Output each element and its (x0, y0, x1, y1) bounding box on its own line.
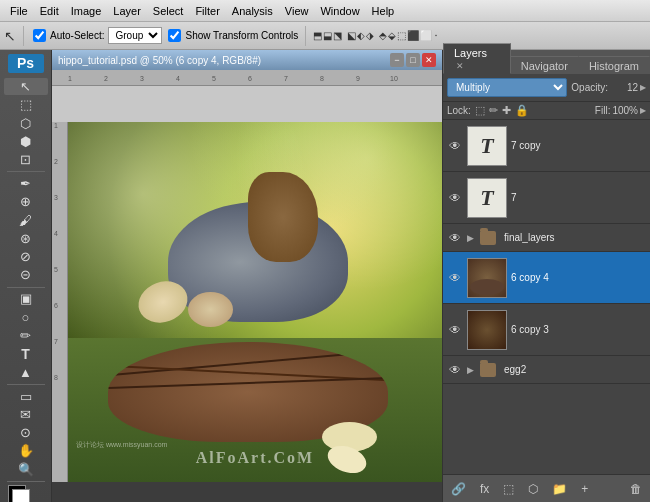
tool-separator-3 (7, 384, 45, 385)
lock-move-icon[interactable]: ✚ (502, 104, 511, 117)
btn-link-layers[interactable]: 🔗 (447, 480, 470, 498)
btn-new-layer[interactable]: + (577, 480, 592, 498)
tool-marquee[interactable]: ⬚ (4, 96, 48, 113)
layer-eye-7copy[interactable]: 👁 (447, 138, 463, 154)
menu-help[interactable]: Help (366, 3, 401, 19)
menu-bar: File Edit Image Layer Select Filter Anal… (0, 0, 650, 22)
menu-layer[interactable]: Layer (107, 3, 147, 19)
autoselect-dropdown[interactable]: Group (108, 27, 162, 44)
tool-quickselect[interactable]: ⬢ (4, 133, 48, 150)
ruler-num-9: 9 (356, 75, 360, 82)
menu-filter[interactable]: Filter (189, 3, 225, 19)
tool-type[interactable]: T (4, 345, 48, 362)
btn-delete-layer[interactable]: 🗑 (626, 480, 646, 498)
tool-crop[interactable]: ⊡ (4, 151, 48, 168)
ruler-v-4: 4 (54, 230, 58, 237)
ruler-v-3: 3 (54, 194, 58, 201)
folder-arrow-egg2[interactable]: ▶ (467, 365, 474, 375)
toolbar: ↖ Auto-Select: Group Show Transform Cont… (0, 22, 650, 50)
layer-thumb-7: T (467, 178, 507, 218)
menu-edit[interactable]: Edit (34, 3, 65, 19)
egg-2 (188, 292, 233, 327)
layer-eye-final-layers[interactable]: 👁 (447, 230, 463, 246)
menu-view[interactable]: View (279, 3, 315, 19)
autoselect-checkbox[interactable] (33, 29, 46, 42)
layer-thumb-text-T: T (480, 133, 493, 159)
lock-all-icon[interactable]: 🔒 (515, 104, 529, 117)
tab-layers-close[interactable]: ✕ (456, 61, 464, 71)
menu-file[interactable]: File (4, 3, 34, 19)
doc-title: hippo_tutorial.psd @ 50% (6 copy 4, RGB/… (58, 55, 261, 66)
tool-path-select[interactable]: ▲ (4, 363, 48, 380)
menu-image[interactable]: Image (65, 3, 108, 19)
folder-icon-egg2 (480, 363, 496, 377)
show-transform-checkbox[interactable] (168, 29, 181, 42)
tool-spot-heal[interactable]: ⊕ (4, 193, 48, 210)
tool-separator-2 (7, 287, 45, 288)
right-panel: Layers ✕ Navigator Histogram Multiply Op… (442, 50, 650, 502)
tool-lasso[interactable]: ⬡ (4, 114, 48, 131)
tool-eraser[interactable]: ⊝ (4, 266, 48, 283)
btn-adjustment-layer[interactable]: ⬡ (524, 480, 542, 498)
btn-layer-mask[interactable]: ⬚ (499, 480, 518, 498)
watermark: AlFoArt.CoM (196, 449, 314, 467)
tool-separator-4 (7, 481, 45, 482)
foreground-background[interactable] (8, 485, 44, 502)
layer-eye-6copy3[interactable]: 👁 (447, 322, 463, 338)
tool-hand[interactable]: ✋ (4, 442, 48, 459)
layer-name-6copy4: 6 copy 4 (511, 272, 646, 283)
layer-name-7copy: 7 copy (511, 140, 646, 151)
blend-mode-select[interactable]: Multiply (447, 78, 567, 97)
btn-new-group[interactable]: 📁 (548, 480, 571, 498)
opacity-arrow[interactable]: ▶ (640, 83, 646, 92)
panel-bottom: 🔗 fx ⬚ ⬡ 📁 + 🗑 (443, 474, 650, 502)
tab-layers[interactable]: Layers ✕ (443, 43, 511, 74)
fill-label: Fill: (595, 105, 611, 116)
ruler-num-1: 1 (68, 75, 72, 82)
tool-move[interactable]: ↖ (4, 78, 48, 95)
tab-histogram[interactable]: Histogram (579, 56, 650, 74)
tool-pen[interactable]: ✏ (4, 327, 48, 344)
layer-item-egg2[interactable]: 👁 ▶ egg2 (443, 356, 650, 384)
tool-eyedropper[interactable]: ✒ (4, 175, 48, 192)
opacity-label: Opacity: (571, 82, 608, 93)
fill-arrow[interactable]: ▶ (640, 106, 646, 115)
layer-item-7[interactable]: 👁 T 7 (443, 172, 650, 224)
tool-brush[interactable]: 🖌 (4, 211, 48, 228)
tool-clone[interactable]: ⊛ (4, 230, 48, 247)
toolbox: Ps ↖ ⬚ ⬡ ⬢ ⊡ ✒ ⊕ 🖌 ⊛ ⊘ ⊝ ▣ ○ ✏ T ▲ ▭ ✉ ⊙… (0, 50, 52, 502)
tool-gradient[interactable]: ▣ (4, 290, 48, 307)
doc-titlebar: hippo_tutorial.psd @ 50% (6 copy 4, RGB/… (52, 50, 442, 70)
layer-eye-7[interactable]: 👁 (447, 190, 463, 206)
lock-pixels-icon[interactable]: ⬚ (475, 104, 485, 117)
tool-dodge[interactable]: ○ (4, 309, 48, 326)
folder-arrow-final[interactable]: ▶ (467, 233, 474, 243)
doc-minimize[interactable]: − (390, 53, 404, 67)
layer-item-final-layers[interactable]: 👁 ▶ final_layers (443, 224, 650, 252)
doc-maximize[interactable]: □ (406, 53, 420, 67)
menu-window[interactable]: Window (314, 3, 365, 19)
layer-controls: Multiply Opacity: 12 ▶ (443, 74, 650, 102)
menu-analysis[interactable]: Analysis (226, 3, 279, 19)
layer-item-6copy3[interactable]: 👁 6 copy 3 (443, 304, 650, 356)
move-tool-indicator: ↖ (4, 28, 16, 44)
layer-eye-6copy4[interactable]: 👁 (447, 270, 463, 286)
tool-zoom[interactable]: 🔍 (4, 461, 48, 478)
toolbar-divider-1 (23, 26, 24, 46)
tool-history-brush[interactable]: ⊘ (4, 248, 48, 265)
tool-notes[interactable]: ✉ (4, 406, 48, 423)
menu-select[interactable]: Select (147, 3, 190, 19)
ruler-num-10: 10 (390, 75, 398, 82)
tab-navigator[interactable]: Navigator (511, 56, 579, 74)
layer-item-6copy4[interactable]: 👁 6 copy 4 (443, 252, 650, 304)
tool-eyedropper2[interactable]: ⊙ (4, 424, 48, 441)
canvas-image-area[interactable]: AlFoArt.CoM 设计论坛 www.missyuan.com (68, 122, 442, 482)
layer-eye-egg2[interactable]: 👁 (447, 362, 463, 378)
tool-shape[interactable]: ▭ (4, 387, 48, 404)
ps-logo: Ps (8, 54, 44, 73)
lock-position-icon[interactable]: ✏ (489, 104, 498, 117)
btn-layer-effects[interactable]: fx (476, 480, 493, 498)
canvas-with-ruler: 1 2 3 4 5 6 7 8 (52, 86, 442, 466)
layer-item-7copy[interactable]: 👁 T 7 copy (443, 120, 650, 172)
doc-close[interactable]: ✕ (422, 53, 436, 67)
